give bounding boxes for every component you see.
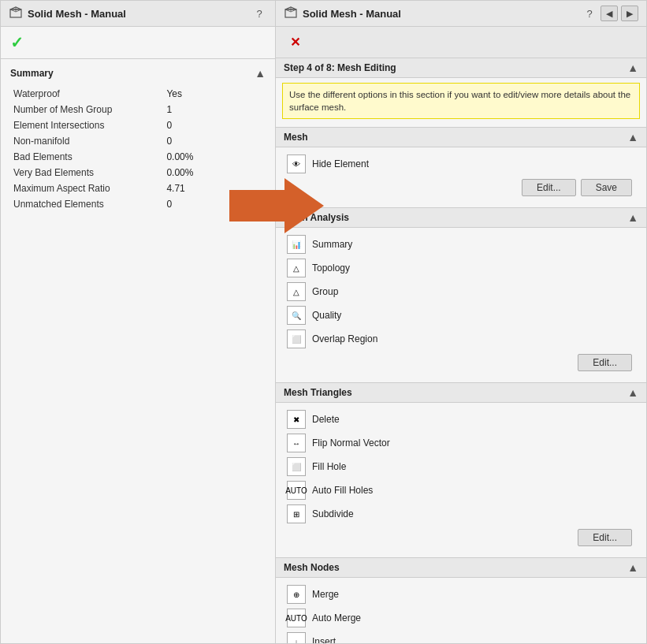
sections-container: Mesh▲👁Hide ElementEdit...SaveMesh Analys… — [276, 124, 646, 644]
section-content-mesh_analysis: 📊Summary△Topology△Group🔍Quality⬜Overlap … — [276, 228, 646, 379]
tool-row-auto-fill-holes[interactable]: AUTOAuto Fill Holes — [284, 478, 638, 502]
tool-icon-hide-element: 👁 — [287, 154, 306, 173]
section-content-mesh_triangles: ✖Delete↔Flip Normal Vector⬜Fill HoleAUTO… — [276, 403, 646, 554]
summary-row-label: Maximum Aspect Ratio — [10, 181, 163, 196]
section-header-mesh: Mesh▲ — [276, 127, 646, 147]
summary-row-value: Yes — [163, 86, 266, 102]
tool-label-auto-fill-holes: Auto Fill Holes — [312, 485, 373, 496]
btn-row-mesh_triangles: Edit... — [284, 526, 638, 549]
right-panel: Solid Mesh - Manual ? ◀ ▶ ✕ Step 4 of 8:… — [276, 0, 647, 644]
summary-row-value: 4.71 — [163, 181, 266, 196]
tool-label-overlap-region: Overlap Region — [312, 333, 377, 344]
btn-edit-mesh_analysis[interactable]: Edit... — [578, 354, 632, 371]
section-collapse-mesh_triangles[interactable]: ▲ — [627, 386, 638, 399]
summary-row-label: Element Intersections — [10, 117, 163, 133]
step-bar: Step 4 of 8: Mesh Editing ▲ — [276, 58, 646, 78]
section-title-mesh_analysis: Mesh Analysis — [284, 212, 349, 223]
tool-row-delete[interactable]: ✖Delete — [284, 408, 638, 431]
tool-row-group[interactable]: △Group — [284, 280, 638, 303]
summary-row-value: 0 — [163, 133, 266, 149]
section-title-mesh_nodes: Mesh Nodes — [284, 562, 340, 573]
info-text: Use the different options in this sectio… — [289, 90, 630, 112]
section-mesh_nodes: Mesh Nodes▲⊕MergeAUTOAuto Merge↓Insert — [276, 557, 646, 644]
section-header-mesh_triangles: Mesh Triangles▲ — [276, 382, 646, 403]
section-collapse-mesh_nodes[interactable]: ▲ — [627, 561, 638, 574]
tool-label-merge: Merge — [312, 589, 339, 600]
summary-row: WaterproofYes — [10, 86, 266, 102]
summary-row: Non-manifold0 — [10, 133, 266, 149]
tool-row-subdivide[interactable]: ⊞Subdivide — [284, 502, 638, 526]
checkmark-icon: ✓ — [10, 33, 24, 52]
section-content-mesh: 👁Hide ElementEdit...Save — [276, 147, 646, 204]
tool-icon-subdivide: ⊞ — [287, 504, 306, 523]
btn-edit-mesh[interactable]: Edit... — [522, 179, 576, 196]
step-label: Step 4 of 8: Mesh Editing — [284, 62, 396, 73]
tool-icon-merge: ⊕ — [287, 585, 306, 604]
summary-row: Bad Elements0.00% — [10, 149, 266, 165]
solid-mesh-icon-right — [284, 6, 298, 20]
section-collapse-mesh_analysis[interactable]: ▲ — [627, 211, 638, 224]
right-header-left: Solid Mesh - Manual — [284, 6, 401, 20]
solid-mesh-icon-left — [9, 6, 23, 20]
section-mesh_analysis: Mesh Analysis▲📊Summary△Topology△Group🔍Qu… — [276, 207, 646, 379]
step-collapse-btn[interactable]: ▲ — [627, 61, 638, 74]
right-panel-header: Solid Mesh - Manual ? ◀ ▶ — [276, 1, 646, 27]
tool-row-hide-element[interactable]: 👁Hide Element — [284, 152, 638, 176]
tool-label-fill-hole: Fill Hole — [312, 461, 346, 472]
summary-row: Unmatched Elements0 — [10, 196, 266, 212]
section-header-mesh_analysis: Mesh Analysis▲ — [276, 207, 646, 228]
section-mesh_triangles: Mesh Triangles▲✖Delete↔Flip Normal Vecto… — [276, 382, 646, 554]
tool-label-summary: Summary — [312, 239, 352, 250]
tool-label-topology: Topology — [312, 262, 350, 274]
tool-label-insert: Insert — [312, 636, 336, 644]
summary-collapse-btn[interactable]: ▲ — [255, 67, 266, 80]
summary-row-label: Number of Mesh Group — [10, 102, 163, 117]
left-panel-title: Solid Mesh - Manual — [28, 8, 126, 20]
tool-row-quality[interactable]: 🔍Quality — [284, 303, 638, 327]
tool-row-fill-hole[interactable]: ⬜Fill Hole — [284, 455, 638, 478]
section-content-mesh_nodes: ⊕MergeAUTOAuto Merge↓Insert — [276, 578, 646, 644]
tool-row-auto-merge[interactable]: AUTOAuto Merge — [284, 606, 638, 630]
right-help-button[interactable]: ? — [582, 6, 597, 21]
tool-icon-auto-merge: AUTO — [287, 609, 306, 627]
summary-row-value: 1 — [163, 102, 266, 117]
tool-label-quality: Quality — [312, 310, 341, 321]
nav-forward-button[interactable]: ▶ — [621, 6, 638, 21]
close-button[interactable]: ✕ — [284, 32, 307, 53]
summary-table: WaterproofYesNumber of Mesh Group1Elemen… — [10, 86, 266, 212]
section-title-mesh: Mesh — [284, 132, 308, 143]
tool-row-merge[interactable]: ⊕Merge — [284, 583, 638, 606]
summary-title: Summary — [10, 68, 54, 79]
left-header-left: Solid Mesh - Manual — [9, 6, 126, 20]
tool-label-flip-normal-vector: Flip Normal Vector — [312, 437, 390, 449]
tool-row-flip-normal-vector[interactable]: ↔Flip Normal Vector — [284, 431, 638, 455]
tool-icon-summary: 📊 — [287, 235, 306, 254]
section-collapse-mesh[interactable]: ▲ — [627, 131, 638, 143]
tool-icon-overlap-region: ⬜ — [287, 329, 306, 348]
tool-row-insert[interactable]: ↓Insert — [284, 630, 638, 644]
left-help-button[interactable]: ? — [251, 6, 267, 21]
btn-row-mesh_analysis: Edit... — [284, 351, 638, 374]
right-panel-title: Solid Mesh - Manual — [303, 8, 401, 20]
summary-section: Summary ▲ WaterproofYesNumber of Mesh Gr… — [1, 59, 275, 220]
tool-icon-insert: ↓ — [287, 632, 306, 644]
left-panel-header: Solid Mesh - Manual ? — [1, 1, 275, 27]
btn-row-mesh: Edit...Save — [284, 176, 638, 199]
right-header-btns: ? ◀ ▶ — [582, 6, 638, 21]
summary-row: Element Intersections0 — [10, 117, 266, 133]
tool-row-topology[interactable]: △Topology — [284, 256, 638, 280]
tool-label-auto-merge: Auto Merge — [312, 612, 361, 624]
btn-save-mesh[interactable]: Save — [581, 179, 632, 196]
tool-row-overlap-region[interactable]: ⬜Overlap Region — [284, 327, 638, 351]
summary-row-label: Very Bad Elements — [10, 165, 163, 181]
btn-edit-mesh_triangles[interactable]: Edit... — [578, 529, 632, 546]
tool-icon-topology: △ — [287, 259, 306, 277]
tool-icon-group: △ — [287, 282, 306, 301]
tool-icon-flip-normal-vector: ↔ — [287, 434, 306, 452]
tool-row-summary[interactable]: 📊Summary — [284, 233, 638, 256]
summary-row: Very Bad Elements0.00% — [10, 165, 266, 181]
summary-row-value: 0.00% — [163, 165, 266, 181]
section-header-mesh_nodes: Mesh Nodes▲ — [276, 557, 646, 578]
tool-label-subdivide: Subdivide — [312, 508, 354, 519]
nav-back-button[interactable]: ◀ — [601, 6, 618, 21]
